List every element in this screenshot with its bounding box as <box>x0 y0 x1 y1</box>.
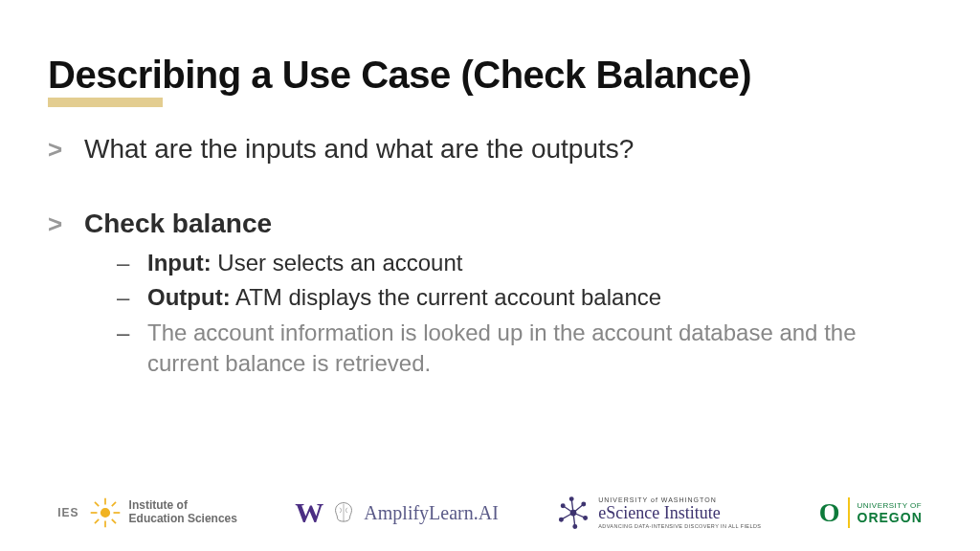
uo-label: UNIVERSITY OF OREGON <box>858 501 923 525</box>
logo-escience: UNIVERSITY of WASHINGTON eScience Instit… <box>556 496 761 530</box>
sun-icon <box>89 496 122 529</box>
amplify-label: AmplifyLearn.AI <box>364 502 499 524</box>
ies-wordmark: IES <box>57 506 78 519</box>
uo-o-icon: O <box>819 497 840 528</box>
svg-line-8 <box>94 519 98 523</box>
bullet-text: Check balance <box>84 207 272 241</box>
dash-icon: – <box>117 284 147 311</box>
sub-bullet-list: – Input: User selects an account – Outpu… <box>117 248 932 380</box>
sub-value: User selects an account <box>212 250 463 276</box>
logo-uoregon: O UNIVERSITY OF OREGON <box>819 497 923 528</box>
svg-line-16 <box>563 506 573 513</box>
svg-point-0 <box>100 509 109 518</box>
escience-mid: eScience Institute <box>598 503 761 523</box>
dash-icon: – <box>117 320 147 346</box>
bullet-text: What are the inputs and what are the out… <box>84 132 634 166</box>
chevron-icon: > <box>48 135 84 165</box>
slide-title: Describing a Use Case (Check Balance) <box>48 54 932 96</box>
svg-line-7 <box>111 502 115 506</box>
slide-body: > What are the inputs and what are the o… <box>48 132 932 379</box>
svg-line-5 <box>94 502 98 506</box>
ies-label: Institute of Education Sciences <box>129 499 237 526</box>
sub-bullet-input: – Input: User selects an account <box>117 248 932 278</box>
sub-text: Output: ATM displays the current account… <box>147 282 661 313</box>
escience-bot: ADVANCING DATA-INTENSIVE DISCOVERY IN AL… <box>598 523 761 529</box>
brain-icon <box>331 500 356 525</box>
title-accent-bar <box>48 98 163 107</box>
sub-value: ATM displays the current account balance <box>231 284 661 310</box>
svg-line-18 <box>562 513 574 519</box>
slide: Describing a Use Case (Check Balance) > … <box>0 0 980 551</box>
svg-line-17 <box>573 504 584 513</box>
sub-text: Input: User selects an account <box>147 248 462 278</box>
bullet-question: > What are the inputs and what are the o… <box>48 132 932 166</box>
sub-label: Input: <box>147 250 212 276</box>
uo-divider <box>848 497 850 528</box>
bullet-heading: > Check balance <box>48 207 932 241</box>
escience-top: UNIVERSITY of WASHINGTON <box>598 496 761 503</box>
sub-bullet-output: – Output: ATM displays the current accou… <box>117 282 932 313</box>
footer-logos: IES Institute of Education Sciences W Am… <box>0 496 980 530</box>
chevron-icon: > <box>48 209 84 239</box>
svg-line-6 <box>111 519 115 523</box>
escience-label: UNIVERSITY of WASHINGTON eScience Instit… <box>598 496 761 529</box>
uw-w-icon: W <box>295 496 323 529</box>
logo-ies: IES Institute of Education Sciences <box>57 496 237 529</box>
sub-label: Output: <box>147 284 231 310</box>
dash-icon: – <box>117 250 147 276</box>
logo-uw-amplify: W AmplifyLearn.AI <box>295 496 499 529</box>
sub-bullet-note: – The account information is looked up i… <box>117 318 932 380</box>
uo-bot: OREGON <box>858 510 923 525</box>
uo-top: UNIVERSITY OF <box>858 501 923 510</box>
spacer <box>48 170 932 207</box>
sub-text: The account information is looked up in … <box>147 318 932 380</box>
network-icon <box>556 496 590 530</box>
